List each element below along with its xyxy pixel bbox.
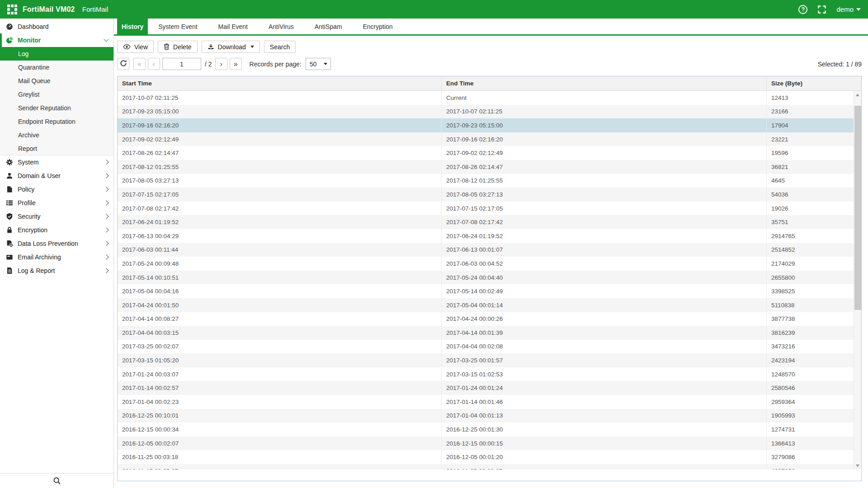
policy-icon: [5, 186, 13, 193]
table-row[interactable]: 2016-12-05 00:02:072016-12-15 00:00:1513…: [118, 436, 861, 450]
table-row[interactable]: 2016-12-25 00:10:012017-01-04 00:01:1319…: [118, 409, 861, 423]
table-row[interactable]: 2017-09-02 02:12:492017-09-16 02:16:2023…: [118, 132, 861, 146]
tab-history[interactable]: History: [117, 19, 148, 34]
sidebar-item-quarantine[interactable]: Quarantine: [0, 61, 113, 74]
sidebar-item-sender-reputation[interactable]: Sender Reputation: [0, 101, 113, 115]
next-page-button[interactable]: ›: [215, 58, 227, 70]
sidebar-item-monitor[interactable]: Monitor: [0, 33, 113, 47]
table-row[interactable]: 2017-01-14 00:02:572017-01-24 00:01:2425…: [118, 381, 861, 395]
table-row[interactable]: 2017-01-24 00:03:072017-03-15 01:02:5312…: [118, 367, 861, 381]
table-row[interactable]: 2016-12-15 00:00:342016-12-25 00:01:3012…: [118, 422, 861, 436]
sidebar-item-log-report[interactable]: Log & Report: [0, 264, 113, 277]
prev-page-button[interactable]: ‹: [148, 58, 160, 70]
help-icon[interactable]: ?: [798, 5, 807, 14]
table-row[interactable]: 2017-08-26 02:14:472017-09-02 02:12:4919…: [118, 146, 861, 160]
sidebar-item-domain-user[interactable]: Domain & User: [0, 169, 113, 183]
sidebar-item-system[interactable]: System: [0, 155, 113, 169]
column-header-start-time[interactable]: Start Time: [118, 76, 442, 90]
user-menu[interactable]: demo: [836, 5, 861, 13]
table-row[interactable]: 2017-06-24 01:19:522017-07-08 02:17:4235…: [118, 215, 861, 229]
table-row[interactable]: 2017-08-05 03:27:132017-08-12 01:25:5546…: [118, 174, 861, 188]
table-row[interactable]: 2017-09-23 05:15:002017-10-07 02:11:2523…: [118, 105, 861, 119]
table-row[interactable]: 2017-05-24 00:09:482017-06-03 00:04:5221…: [118, 257, 861, 271]
search-button[interactable]: Search: [264, 41, 296, 53]
delete-button[interactable]: Delete: [158, 41, 197, 53]
sidebar-item-dashboard[interactable]: Dashboard: [0, 20, 113, 33]
page-number-input[interactable]: [162, 58, 201, 70]
table-row[interactable]: 2017-04-04 00:03:152017-04-14 00:01:3938…: [118, 326, 861, 340]
table-row[interactable]: 2017-06-13 00:04:292017-06-24 01:19:5229…: [118, 229, 861, 243]
sidebar-item-mail-queue[interactable]: Mail Queue: [0, 74, 113, 88]
first-page-button[interactable]: «: [133, 58, 146, 70]
cell-size: 2514852: [767, 243, 861, 257]
cell-end: 2017-08-26 02:14:47: [442, 160, 767, 174]
table-row[interactable]: 2016-11-25 00:03:182016-12-05 00:01:2032…: [118, 450, 861, 464]
tab-antispam[interactable]: AntiSpam: [311, 19, 346, 34]
cell-size: 2914765: [767, 229, 861, 243]
refresh-button[interactable]: [117, 58, 129, 70]
sidebar-item-archive[interactable]: Archive: [0, 128, 113, 142]
search-button-label: Search: [270, 43, 290, 51]
chevron-down-icon: [324, 63, 327, 65]
cell-end: 2017-06-03 00:04:52: [442, 257, 767, 271]
gear-icon: [5, 159, 13, 166]
cell-end: 2017-10-07 02:11:25: [442, 105, 767, 119]
table-row[interactable]: 2017-04-14 00:08:272017-04-24 00:00:2638…: [118, 312, 861, 326]
sidebar-item-profile[interactable]: Profile: [0, 196, 113, 210]
scrollbar-thumb[interactable]: [854, 106, 861, 310]
cell-size: 4645: [767, 174, 861, 188]
table-row[interactable]: 2016-11-15 00:05:272016-11-25 00:02:0740…: [118, 464, 861, 469]
table-row[interactable]: 2017-09-16 02:16:202017-09-23 05:15:0017…: [118, 118, 861, 132]
search-icon[interactable]: [53, 477, 61, 485]
table-row[interactable]: 2017-05-04 00:04:162017-05-14 00:02:4933…: [118, 284, 861, 298]
table-row[interactable]: 2017-03-25 00:02:072017-04-04 00:02:0834…: [118, 340, 861, 354]
cell-end: 2017-09-02 02:12:49: [442, 146, 767, 160]
table-row[interactable]: 2017-07-08 02:17:422017-07-15 02:17:0519…: [118, 202, 861, 216]
page-total: / 2: [205, 61, 212, 68]
download-button[interactable]: Download: [202, 41, 260, 53]
cell-start: 2016-12-25 00:10:01: [118, 409, 442, 423]
cell-size: 35751: [767, 215, 861, 229]
vertical-scrollbar[interactable]: [854, 91, 861, 469]
sidebar-item-security[interactable]: Security: [0, 210, 113, 223]
fullscreen-icon[interactable]: [817, 5, 826, 14]
sidebar-item-greylist[interactable]: Greylist: [0, 88, 113, 101]
sidebar-item-email-archiving[interactable]: Email Archiving: [0, 250, 113, 264]
view-button-label: View: [134, 43, 148, 51]
cell-size: 5110838: [767, 298, 861, 312]
sidebar-item-endpoint-reputation[interactable]: Endpoint Reputation: [0, 115, 113, 128]
table-row[interactable]: 2017-08-12 01:25:552017-08-26 02:14:4736…: [118, 160, 861, 174]
sidebar-item-report[interactable]: Report: [0, 142, 113, 155]
scroll-up-icon[interactable]: [854, 91, 861, 99]
view-button[interactable]: View: [117, 41, 154, 53]
table-row[interactable]: 2017-06-03 00:11:442017-06-13 00:01:0725…: [118, 243, 861, 257]
tab-antivirus[interactable]: AntiVirus: [264, 19, 298, 34]
sidebar-item-data-loss-prevention[interactable]: Data Loss Prevention: [0, 237, 113, 250]
cell-size: 2959364: [767, 395, 861, 409]
table-row[interactable]: 2017-04-24 00:01:502017-05-04 00:01:1451…: [118, 298, 861, 312]
tab-encryption[interactable]: Encryption: [359, 19, 396, 34]
monitor-icon: [5, 37, 13, 44]
last-page-button[interactable]: »: [230, 58, 242, 70]
column-header-size-byte[interactable]: Size (Byte): [767, 76, 861, 90]
sidebar-item-policy[interactable]: Policy: [0, 183, 113, 196]
records-per-page-select[interactable]: 50: [306, 58, 331, 70]
tab-system-event[interactable]: System Event: [154, 19, 201, 34]
column-header-end-time[interactable]: End Time: [442, 76, 767, 90]
table-row[interactable]: 2017-10-07 02:11:25Current12413: [118, 91, 861, 105]
table-row[interactable]: 2017-07-15 02:17:052017-08-05 03:27:1354…: [118, 188, 861, 202]
pagination-bar: « ‹ / 2 › » Records per page: 50 Selecte…: [114, 56, 868, 74]
sidebar-item-encryption[interactable]: Encryption: [0, 223, 113, 237]
sidebar-nav: DashboardMonitorLogQuarantineMail QueueG…: [0, 20, 113, 277]
chevron-right-icon: [104, 254, 108, 259]
cell-start: 2017-09-23 05:15:00: [118, 105, 442, 119]
scroll-down-icon[interactable]: [854, 462, 861, 469]
table-row[interactable]: 2017-01-04 00:02:232017-01-14 00:01:4629…: [118, 395, 861, 409]
device-name: FortiMail VM02: [23, 5, 75, 14]
sidebar-item-label: Endpoint Reputation: [18, 118, 75, 125]
tab-mail-event[interactable]: Mail Event: [214, 19, 252, 34]
cell-start: 2017-10-07 02:11:25: [118, 91, 442, 105]
sidebar-item-log[interactable]: Log: [0, 47, 113, 61]
table-row[interactable]: 2017-05-14 00:10:512017-05-24 00:04:4026…: [118, 271, 861, 285]
table-row[interactable]: 2017-03-15 01:05:202017-03-25 00:01:5724…: [118, 353, 861, 367]
